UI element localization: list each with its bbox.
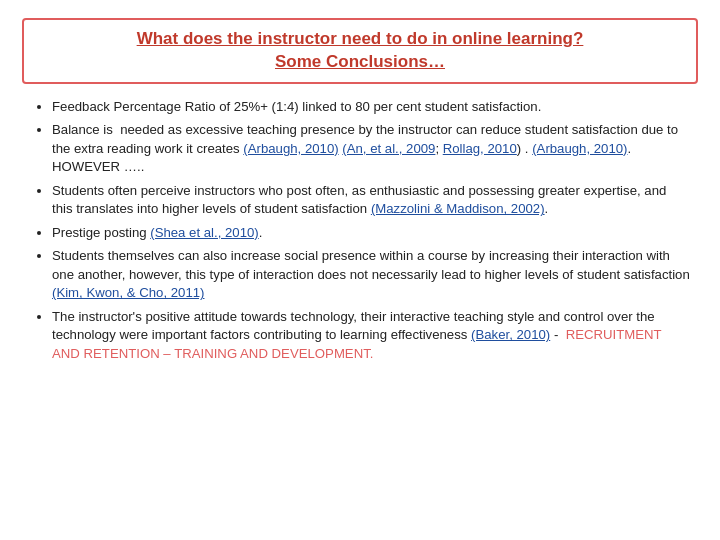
title-line1: What does the instructor need to do in o… (137, 29, 584, 48)
citation-link[interactable]: (An, et al., 2009 (342, 141, 435, 156)
citation-link[interactable]: (Arbaugh, 2010) (243, 141, 338, 156)
list-item: Balance is needed as excessive teaching … (52, 121, 690, 176)
bullet-list: Feedback Percentage Ratio of 25%+ (1:4) … (30, 98, 690, 363)
citation-link[interactable]: (Kim, Kwon, & Cho, 2011) (52, 285, 204, 300)
title-box: What does the instructor need to do in o… (22, 18, 698, 84)
list-item: The instructor's positive attitude towar… (52, 308, 690, 363)
list-item: Feedback Percentage Ratio of 25%+ (1:4) … (52, 98, 690, 116)
title-line2: Some Conclusions… (275, 52, 445, 71)
bullet-text: Prestige posting (Shea et al., 2010). (52, 225, 262, 240)
bullet-text: Students often perceive instructors who … (52, 183, 666, 216)
citation-link[interactable]: (Mazzolini & Maddison, 2002) (371, 201, 545, 216)
content-area: Feedback Percentage Ratio of 25%+ (1:4) … (22, 94, 698, 526)
citation-link[interactable]: (Baker, 2010) (471, 327, 550, 342)
slide-title: What does the instructor need to do in o… (38, 28, 682, 74)
citation-link[interactable]: Rollag, 2010 (443, 141, 517, 156)
highlight-text: RECRUITMENT AND RETENTION – TRAINING AND… (52, 327, 661, 360)
bullet-text: Students themselves can also increase so… (52, 248, 690, 300)
bullet-text: Feedback Percentage Ratio of 25%+ (1:4) … (52, 99, 541, 114)
bullet-text: Balance is needed as excessive teaching … (52, 122, 678, 174)
citation-link[interactable]: (Shea et al., 2010) (150, 225, 259, 240)
slide: What does the instructor need to do in o… (0, 0, 720, 540)
list-item: Students often perceive instructors who … (52, 182, 690, 219)
list-item: Students themselves can also increase so… (52, 247, 690, 302)
citation-link[interactable]: (Arbaugh, 2010) (532, 141, 627, 156)
list-item: Prestige posting (Shea et al., 2010). (52, 224, 690, 242)
bullet-text: The instructor's positive attitude towar… (52, 309, 661, 361)
